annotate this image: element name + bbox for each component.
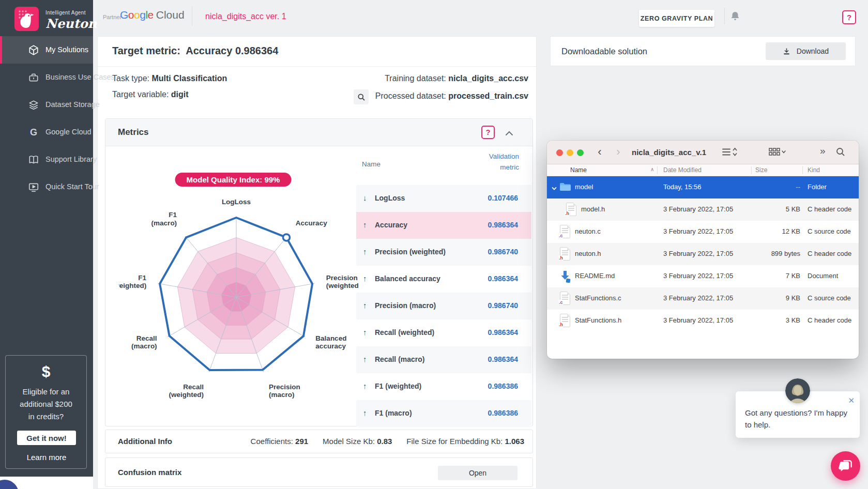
metric-row-f1-weighted[interactable]: ↑F1 (weighted)0.986386 <box>356 373 531 400</box>
header-divider <box>724 8 725 24</box>
svg-text:F1(macro): F1(macro) <box>151 211 177 227</box>
sidebar-item-quick-start-tour[interactable]: Quick Start Tour <box>0 173 93 201</box>
get-it-now-button[interactable]: Get it now! <box>17 431 76 445</box>
column-divider <box>751 166 752 174</box>
metrics-title: Metrics <box>118 127 149 137</box>
column-header-kind[interactable]: Kind <box>808 166 820 174</box>
sidebar-item-google-cloud[interactable]: G Google Cloud <box>0 118 93 146</box>
download-button[interactable]: Download <box>766 42 846 60</box>
column-divider <box>802 166 803 174</box>
column-header-name[interactable]: Name <box>570 166 587 174</box>
c-header-file-icon: .h <box>566 203 576 216</box>
downloadable-solution-title: Downloadable solution <box>561 47 647 56</box>
back-icon[interactable]: ‹ <box>593 145 606 159</box>
metric-row-logloss[interactable]: ↓LogLoss0.107466 <box>356 185 531 212</box>
processed-dataset: Processed dataset: processed_train.csv <box>375 91 528 101</box>
c-header-file-icon: .h <box>560 247 570 261</box>
bell-icon[interactable] <box>729 10 741 22</box>
folder-icon <box>559 182 571 192</box>
target-metric-title: Target metric: Accuracy 0.986364 <box>112 45 278 57</box>
learn-more-link[interactable]: Learn more <box>6 453 87 462</box>
sidebar: Intelligent Agent Neuton My Solutions Bu… <box>0 0 93 477</box>
finder-row-model-folder[interactable]: model Today, 15:56 -- Folder <box>547 176 859 198</box>
metric-row-accuracy[interactable]: ↑Accuracy0.986364 <box>356 212 531 239</box>
book-icon <box>28 154 39 165</box>
search-icon[interactable] <box>835 147 846 159</box>
sidebar-item-business-use-cases[interactable]: Business Use Cases <box>0 64 93 91</box>
finder-window: ‹ › nicla_digits_acc_v.1 » Name ∧ Date M… <box>547 141 859 359</box>
column-divider <box>657 166 658 174</box>
more-toolbar-icon[interactable]: » <box>820 145 826 157</box>
zoom-window-icon[interactable] <box>577 149 584 156</box>
svg-text:F1weighted): F1weighted) <box>119 274 147 290</box>
svg-text:Recall(weighted): Recall(weighted) <box>169 383 204 399</box>
radar-chart: LogLossAccuracyPrecision(weightedBalance… <box>119 187 362 404</box>
disclosure-chevron-icon[interactable] <box>552 185 557 192</box>
sidebar-item-dataset-storage[interactable]: Dataset Storage <box>0 91 93 118</box>
metric-row-recall-weighted[interactable]: ↑Recall (weighted)0.986364 <box>356 319 531 346</box>
finder-row-statfunctions-h[interactable]: .h StatFunctions.h 3 February 2022, 17:0… <box>547 310 859 332</box>
svg-text:Accuracy: Accuracy <box>296 219 327 227</box>
metric-row-precision-macro[interactable]: ↑Precision (macro)0.986740 <box>356 293 531 319</box>
close-window-icon[interactable] <box>556 149 563 156</box>
finder-row-neuton-h[interactable]: .h neuton.h 3 February 2022, 17:05 899 b… <box>547 243 859 265</box>
finder-row-readme-md[interactable]: README.md 3 February 2022, 17:05 7 KB Do… <box>547 265 859 287</box>
column-header-date[interactable]: Date Modified <box>663 166 702 174</box>
metric-row-balanced-accuracy[interactable]: ↑Balanced accuracy0.986364 <box>356 266 531 293</box>
briefcase-icon <box>28 72 39 83</box>
sidebar-item-support-library[interactable]: Support Library <box>0 146 93 173</box>
search-icon <box>357 95 366 103</box>
markdown-download-icon <box>559 270 571 283</box>
arrow-down-icon: ↓ <box>363 193 367 202</box>
sidebar-item-label: Google Cloud <box>45 118 92 146</box>
additional-info-panel: Additional Info Coefficients: 291 Model … <box>105 430 533 453</box>
metric-row-recall-macro[interactable]: ↑Recall (macro)0.986364 <box>356 346 531 373</box>
metric-row-precision-weighted[interactable]: ↑Precision (weighted)0.986740 <box>356 239 531 266</box>
minimize-window-icon[interactable] <box>567 149 573 156</box>
c-source-file-icon: .c <box>560 292 570 305</box>
finder-window-title: nicla_digits_acc_v.1 <box>632 148 706 157</box>
arrow-up-icon: ↑ <box>363 355 367 363</box>
metrics-panel-header: Metrics ? <box>105 119 532 146</box>
svg-text:Recall(macro): Recall(macro) <box>131 334 157 350</box>
sort-ascending-icon: ∧ <box>650 166 654 172</box>
c-source-file-icon: .c <box>560 225 570 238</box>
dataset-search-button[interactable] <box>354 89 369 104</box>
arrow-up-icon: ↑ <box>363 381 367 390</box>
chat-launcher-button[interactable] <box>831 451 860 481</box>
column-header-size[interactable]: Size <box>755 166 767 174</box>
plan-button[interactable]: ZERO GRAVITY PLAN <box>639 10 714 27</box>
svg-text:Precision(macro): Precision(macro) <box>269 383 300 399</box>
svg-text:LogLoss: LogLoss <box>222 198 251 206</box>
google-cloud-logo: GoogleCloud <box>120 9 185 21</box>
close-icon[interactable]: ✕ <box>848 396 855 404</box>
sidebar-item-label: Dataset Storage <box>45 91 100 118</box>
sidebar-item-label: Quick Start Tour <box>45 173 99 201</box>
finder-row-model-h[interactable]: .h model.h 3 February 2022, 17:05 5 KB C… <box>547 198 859 221</box>
metrics-help-button[interactable]: ? <box>481 126 495 139</box>
task-type: Task type: Multi Classification <box>112 74 227 83</box>
open-confusion-matrix-button[interactable]: Open <box>438 466 517 480</box>
forward-icon[interactable]: › <box>612 145 625 159</box>
confusion-matrix-title: Confusion matrix <box>118 468 181 477</box>
neuton-bird-icon <box>14 7 39 31</box>
header-divider <box>192 6 192 26</box>
metric-row-f1-macro[interactable]: ↑F1 (macro)0.986386 <box>356 400 531 427</box>
arrow-up-icon: ↑ <box>363 301 367 310</box>
finder-titlebar[interactable]: ‹ › nicla_digits_acc_v.1 » <box>547 141 859 164</box>
help-button[interactable]: ? <box>842 10 856 24</box>
additional-info-values: Coefficients: 291 Model Size Kb: 0.83 Fi… <box>251 437 524 446</box>
logo-name: Neuton <box>45 16 97 31</box>
solution-panel: Target metric: Accuracy 0.986364 Task ty… <box>97 36 537 489</box>
list-view-icon[interactable] <box>722 147 737 159</box>
target-variable: Target variable: digit <box>112 90 189 99</box>
layers-icon <box>28 99 39 111</box>
sidebar-item-my-solutions[interactable]: My Solutions <box>0 36 93 64</box>
table-header-validation-metric: Validation metric <box>471 151 519 173</box>
chevron-up-icon[interactable] <box>505 129 514 135</box>
finder-row-neuton-c[interactable]: .c neuton.c 3 February 2022, 17:05 12 KB… <box>547 221 859 243</box>
play-screen-icon <box>28 181 39 193</box>
confusion-matrix-panel: Confusion matrix Open <box>105 457 533 487</box>
group-view-icon[interactable] <box>768 147 786 159</box>
finder-row-statfunctions-c[interactable]: .c StatFunctions.c 3 February 2022, 17:0… <box>547 287 859 310</box>
